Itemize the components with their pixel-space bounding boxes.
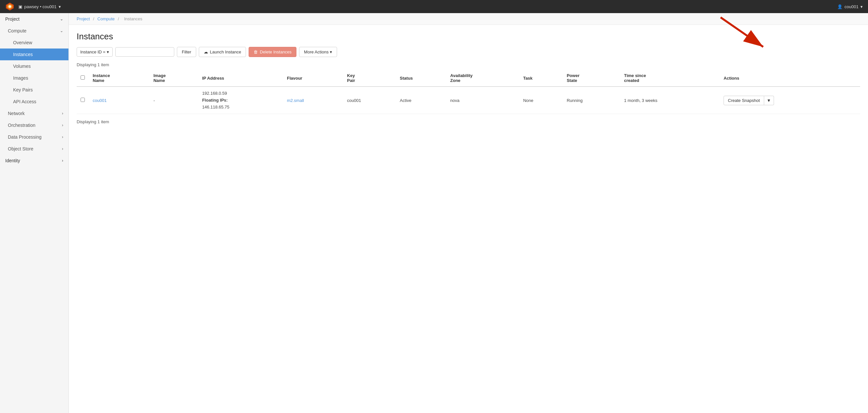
main-layout: Project ⌄ Compute ⌄ Overview Instances V… <box>0 13 868 413</box>
filter-select[interactable]: Instance ID = ▾ <box>76 47 113 57</box>
row-time-created: 1 month, 3 weeks <box>620 87 720 114</box>
chevron-down-icon: ⌄ <box>60 29 63 33</box>
sidebar-item-object-store[interactable]: Object Store › <box>0 143 68 155</box>
col-actions: Actions <box>720 70 860 87</box>
chevron-right-icon: › <box>62 135 63 139</box>
row-status: Active <box>396 87 446 114</box>
row-flavour: m2.small <box>283 87 343 114</box>
sidebar-item-compute[interactable]: Compute ⌄ <box>0 25 68 37</box>
sidebar-item-key-pairs[interactable]: Key Pairs <box>0 84 68 96</box>
row-power-state: Running <box>563 87 620 114</box>
row-instance-name: cou001 <box>89 87 149 114</box>
breadcrumb-sep-2: / <box>118 17 120 21</box>
sidebar: Project ⌄ Compute ⌄ Overview Instances V… <box>0 13 69 413</box>
sidebar-compute-label: Compute <box>8 28 27 33</box>
sidebar-item-instances[interactable]: Instances <box>0 49 68 60</box>
user-icon: 👤 <box>837 4 842 9</box>
sidebar-item-identity[interactable]: Identity › <box>0 155 68 167</box>
sidebar-item-volumes[interactable]: Volumes <box>0 60 68 72</box>
filter-select-chevron: ▾ <box>107 50 109 54</box>
filter-select-label: Instance ID = <box>80 50 105 54</box>
row-task: None <box>519 87 563 114</box>
sidebar-item-data-processing[interactable]: Data Processing › <box>0 131 68 143</box>
topbar-user-label: cou001 <box>844 4 859 9</box>
topbar-project-chevron: ▾ <box>59 4 61 9</box>
breadcrumb-project[interactable]: Project <box>76 17 90 21</box>
row-key-pair: cou001 <box>343 87 396 114</box>
breadcrumb: Project / Compute / Instances <box>69 13 868 25</box>
row-actions: Create Snapshot ▼ <box>720 87 860 114</box>
topbar-right[interactable]: 👤 cou001 ▾ <box>837 4 863 9</box>
filter-input[interactable] <box>115 47 174 57</box>
launch-instance-button[interactable]: ☁ Launch Instance <box>199 47 246 57</box>
topbar-user-chevron: ▾ <box>861 4 863 9</box>
delete-instances-button[interactable]: 🗑 Delete Instances <box>249 47 297 57</box>
sidebar-item-network[interactable]: Network › <box>0 108 68 119</box>
chevron-down-icon: ⌄ <box>60 17 63 21</box>
col-availability-zone: AvailabilityZone <box>446 70 520 87</box>
select-all-checkbox[interactable] <box>81 76 85 80</box>
chevron-right-icon: › <box>62 147 63 151</box>
col-status: Status <box>396 70 446 87</box>
col-key-pair: KeyPair <box>343 70 396 87</box>
row-floating-ip-label: Floating IPs: <box>202 97 279 104</box>
svg-point-2 <box>8 5 11 8</box>
col-power-state: PowerState <box>563 70 620 87</box>
create-snapshot-caret[interactable]: ▼ <box>764 96 774 105</box>
select-all-header[interactable] <box>76 70 89 87</box>
create-snapshot-button[interactable]: Create Snapshot <box>723 96 764 105</box>
breadcrumb-sep-1: / <box>93 17 95 21</box>
row-ip-2: 146.118.65.75 <box>202 104 279 111</box>
row-checkbox-cell[interactable] <box>76 87 89 114</box>
sidebar-item-orchestration[interactable]: Orchestration › <box>0 119 68 131</box>
chevron-right-icon: › <box>62 158 63 163</box>
col-flavour: Flavour <box>283 70 343 87</box>
more-actions-button[interactable]: More Actions ▾ <box>299 47 337 57</box>
launch-button-label: Launch Instance <box>210 50 241 54</box>
col-ip-address: IP Address <box>198 70 283 87</box>
content-area: Project / Compute / Instances Instances <box>69 13 868 413</box>
col-image-name: ImageName <box>149 70 198 87</box>
display-count-bottom: Displaying 1 item <box>76 119 860 124</box>
page-header: Instances <box>69 25 868 47</box>
table-header-row: InstanceName ImageName IP Address Flavou… <box>76 70 860 87</box>
filter-button[interactable]: Filter <box>177 47 196 57</box>
logo <box>5 2 14 11</box>
more-actions-chevron: ▾ <box>330 50 332 54</box>
breadcrumb-instances: Instances <box>124 17 143 21</box>
topbar-project[interactable]: ▣ pawsey • cou001 ▾ <box>18 4 61 9</box>
sidebar-images-label: Images <box>13 76 28 81</box>
topbar-left: ▣ pawsey • cou001 ▾ <box>5 2 61 11</box>
col-instance-name: InstanceName <box>89 70 149 87</box>
instances-table: InstanceName ImageName IP Address Flavou… <box>76 70 860 114</box>
instance-name-link[interactable]: cou001 <box>93 98 107 103</box>
chevron-right-icon: › <box>62 123 63 127</box>
topbar-project-label: pawsey • cou001 <box>24 4 57 9</box>
flavour-link[interactable]: m2.small <box>287 98 304 103</box>
breadcrumb-compute[interactable]: Compute <box>97 17 115 21</box>
sidebar-orchestration-label: Orchestration <box>8 123 35 128</box>
toolbar: Instance ID = ▾ Filter ☁ Launch Instance… <box>69 47 868 62</box>
sidebar-item-api-access[interactable]: API Access <box>0 96 68 108</box>
table-container: Displaying 1 item InstanceName ImageName… <box>69 62 868 124</box>
row-image-name: - <box>149 87 198 114</box>
row-availability-zone: nova <box>446 87 520 114</box>
trash-icon: 🗑 <box>253 50 258 54</box>
delete-button-label: Delete Instances <box>260 50 291 54</box>
sidebar-item-project[interactable]: Project ⌄ <box>0 13 68 25</box>
sidebar-instances-label: Instances <box>13 52 33 57</box>
col-time-created: Time sincecreated <box>620 70 720 87</box>
more-actions-label: More Actions <box>304 50 329 54</box>
col-task: Task <box>519 70 563 87</box>
sidebar-identity-label: Identity <box>5 158 20 163</box>
row-checkbox[interactable] <box>81 98 85 102</box>
display-count-top: Displaying 1 item <box>76 62 860 67</box>
server-icon: ▣ <box>18 4 22 9</box>
sidebar-item-overview[interactable]: Overview <box>0 37 68 49</box>
sidebar-object-store-label: Object Store <box>8 146 33 151</box>
sidebar-item-images[interactable]: Images <box>0 72 68 84</box>
table-row: cou001 - 192.168.0.59 Floating IPs: 146.… <box>76 87 860 114</box>
sidebar-api-access-label: API Access <box>13 99 36 104</box>
sidebar-data-processing-label: Data Processing <box>8 135 41 140</box>
row-ip-address: 192.168.0.59 Floating IPs: 146.118.65.75 <box>198 87 283 114</box>
